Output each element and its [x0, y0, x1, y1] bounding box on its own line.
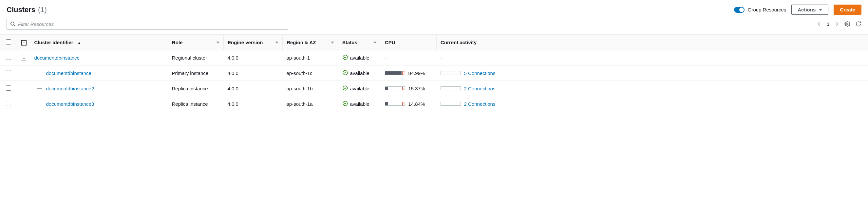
row-checkbox[interactable]	[6, 55, 11, 60]
engine-cell: 4.0.0	[224, 96, 283, 112]
tree-connector	[34, 69, 43, 77]
toolbar: 1	[0, 18, 868, 34]
role-cell: Replica instance	[168, 96, 224, 112]
status-cell: available	[338, 96, 381, 112]
expand-all-button[interactable]: −	[21, 40, 27, 45]
svg-line-1	[14, 25, 15, 26]
activity-bar	[440, 71, 461, 75]
svg-point-6	[343, 101, 347, 106]
chevron-left-icon	[817, 21, 821, 27]
engine-cell: 4.0.0	[224, 51, 283, 65]
check-circle-icon	[342, 54, 348, 61]
svg-point-4	[343, 70, 347, 75]
cluster-identifier-link[interactable]: documentdbinstance2	[46, 86, 94, 91]
table-row: documentdbinstance2Replica instance4.0.0…	[0, 81, 868, 96]
caret-down-icon	[216, 41, 219, 43]
refresh-button[interactable]	[856, 21, 862, 27]
chevron-right-icon	[835, 21, 839, 27]
cpu-cell: 84.99%	[381, 65, 437, 81]
connections-link[interactable]: 2 Connections	[464, 86, 496, 91]
connections-link[interactable]: 2 Connections	[464, 101, 496, 107]
check-circle-icon	[342, 70, 348, 77]
region-cell: ap-south-1a	[283, 96, 338, 112]
clusters-table: − Cluster identifier ▲ Role Engine versi…	[0, 34, 868, 111]
header-bar: Clusters (1) Group Resources Actions Cre…	[0, 0, 868, 18]
cpu-bar	[385, 102, 405, 106]
svg-point-2	[847, 23, 848, 25]
activity-cell: 2 Connections	[437, 81, 868, 96]
region-cell: ap-south-1c	[283, 65, 338, 81]
activity-cell: -	[437, 51, 868, 65]
engine-cell: 4.0.0	[224, 65, 283, 81]
sort-ascending-icon: ▲	[77, 41, 81, 45]
activity-cell: 5 Connections	[437, 65, 868, 81]
activity-bar	[440, 102, 461, 106]
col-status[interactable]: Status	[338, 35, 381, 51]
actions-button[interactable]: Actions	[792, 5, 828, 15]
caret-down-icon	[275, 41, 278, 43]
select-all-checkbox[interactable]	[6, 39, 11, 44]
col-activity: Current activity	[437, 35, 868, 51]
col-engine[interactable]: Engine version	[224, 35, 283, 51]
caret-down-icon	[819, 9, 822, 11]
engine-cell: 4.0.0	[224, 81, 283, 96]
row-collapse-button[interactable]: −	[21, 56, 26, 61]
status-cell: available	[338, 51, 381, 65]
role-cell: Primary instance	[168, 65, 224, 81]
region-cell: ap-south-1b	[283, 81, 338, 96]
cluster-identifier-link[interactable]: documentdbinstance	[46, 70, 91, 76]
table-row: −documentdbinstanceRegional cluster4.0.0…	[0, 51, 868, 65]
table-row: documentdbinstance3Replica instance4.0.0…	[0, 96, 868, 112]
page-title: Clusters	[6, 6, 35, 14]
role-cell: Regional cluster	[168, 51, 224, 65]
activity-cell: 2 Connections	[437, 96, 868, 112]
resource-count: (1)	[38, 6, 47, 14]
cluster-identifier-link[interactable]: documentdbinstance3	[46, 101, 94, 107]
cluster-identifier-link[interactable]: documentdbinstance	[34, 55, 80, 61]
connections-link[interactable]: 5 Connections	[464, 70, 496, 76]
next-page-button[interactable]	[835, 21, 839, 27]
settings-button[interactable]	[844, 21, 850, 27]
region-cell: ap-south-1	[283, 51, 338, 65]
create-button[interactable]: Create	[834, 5, 862, 15]
svg-point-5	[343, 86, 347, 90]
cpu-bar	[385, 87, 405, 90]
prev-page-button[interactable]	[817, 21, 821, 27]
search-icon	[10, 21, 16, 27]
col-role[interactable]: Role	[168, 35, 224, 51]
table-row: documentdbinstancePrimary instance4.0.0a…	[0, 65, 868, 81]
cpu-cell: 15.37%	[381, 81, 437, 96]
row-checkbox[interactable]	[6, 70, 11, 75]
row-checkbox[interactable]	[6, 101, 11, 106]
tree-connector	[34, 85, 43, 92]
role-cell: Replica instance	[168, 81, 224, 96]
search-box[interactable]	[6, 18, 288, 30]
caret-down-icon	[331, 41, 334, 43]
check-circle-icon	[342, 85, 348, 92]
pager: 1	[817, 21, 839, 27]
caret-down-icon	[373, 41, 377, 43]
status-cell: available	[338, 65, 381, 81]
gear-icon	[844, 21, 850, 27]
status-cell: available	[338, 81, 381, 96]
col-region[interactable]: Region & AZ	[283, 35, 338, 51]
refresh-icon	[856, 21, 862, 27]
activity-bar	[440, 87, 461, 90]
svg-point-0	[11, 22, 14, 25]
cpu-bar	[385, 71, 405, 75]
group-resources-label: Group Resources	[748, 7, 786, 12]
cpu-cell: 14.84%	[381, 96, 437, 112]
cpu-cell: -	[381, 51, 437, 65]
check-circle-icon	[342, 100, 348, 107]
col-cpu: CPU	[381, 35, 437, 51]
col-identifier[interactable]: Cluster identifier ▲	[30, 35, 168, 51]
svg-point-3	[343, 55, 347, 60]
page-number: 1	[827, 21, 829, 27]
row-checkbox[interactable]	[6, 86, 11, 91]
group-resources-toggle[interactable]	[734, 7, 745, 13]
tree-connector	[34, 100, 43, 107]
search-input[interactable]	[18, 21, 285, 27]
